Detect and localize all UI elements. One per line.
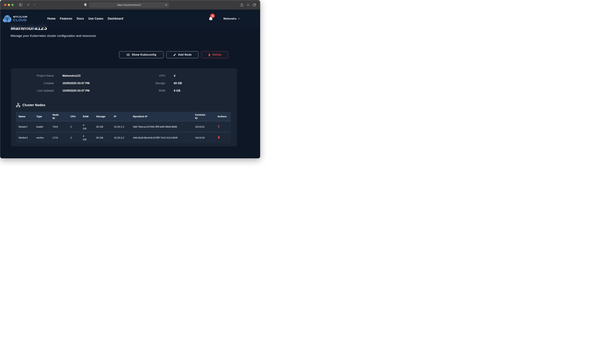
nav-links: Home Features Docs Use Cases Dashboard bbox=[47, 17, 123, 20]
project-info-grid: Project Name Mahendra123 Created 10/29/2… bbox=[16, 74, 232, 96]
cluster-actions-toolbar: Show Kubeconfig Add Node Delete bbox=[0, 51, 228, 58]
created-value: 10/29/2025 03:07 PM bbox=[62, 81, 121, 85]
mycelium-cloud-logo[interactable]: MYCLIUM CLOUD bbox=[2, 15, 27, 23]
pencil-icon bbox=[173, 53, 176, 56]
storage-value: 60 GB bbox=[174, 81, 232, 85]
page-subtitle: Manage your Kubernetes cluster configura… bbox=[11, 34, 260, 38]
col-ip: IP bbox=[111, 112, 130, 121]
stylized-e-glyph bbox=[19, 16, 21, 18]
node-actions bbox=[215, 121, 231, 132]
delete-cluster-label: Delete bbox=[213, 53, 221, 56]
node-cpu: 2 bbox=[68, 121, 80, 132]
notification-count-badge: 11 bbox=[210, 14, 215, 18]
node-cpu: 2 bbox=[68, 132, 80, 143]
project-name-value: Mahendra123 bbox=[62, 74, 121, 78]
close-window-button[interactable] bbox=[4, 4, 6, 6]
node-contract-id: 1613131 bbox=[192, 121, 215, 132]
node-id: 1715 bbox=[50, 132, 68, 143]
col-contract-id: Contract ID bbox=[192, 112, 215, 121]
col-type: Type bbox=[34, 112, 50, 121]
eye-icon bbox=[126, 53, 130, 57]
notifications-button[interactable]: 11 bbox=[209, 17, 213, 21]
node-mycelium-ip: 446:d2a6:8bcd:8c16:ff0f:72e2:3114:863f bbox=[130, 132, 192, 143]
delete-node-button[interactable] bbox=[217, 136, 220, 139]
storage-label: Storage bbox=[127, 81, 165, 85]
reload-icon[interactable]: ↻ bbox=[165, 4, 167, 6]
back-button-icon[interactable] bbox=[27, 3, 30, 6]
info-row-storage: Storage 60 GB bbox=[127, 81, 232, 85]
minimize-window-button[interactable] bbox=[8, 4, 10, 6]
cloud-logo-icon bbox=[2, 15, 12, 23]
info-row-project-name: Project Name Mahendra123 bbox=[16, 74, 121, 78]
node-name: Master1 bbox=[16, 121, 34, 132]
project-info-left: Project Name Mahendra123 Created 10/29/2… bbox=[16, 74, 121, 96]
network-nodes-icon bbox=[16, 103, 20, 107]
privacy-shield-icon[interactable] bbox=[84, 3, 87, 7]
created-label: Created bbox=[16, 81, 54, 85]
node-mycelium-ip: 5d8:78ea:a120:f40c:ff0f:a5fe:99e6:8b96 bbox=[130, 121, 192, 132]
cluster-nodes-title: Cluster Nodes bbox=[22, 103, 45, 107]
table-header-row: Name Type Node ID CPU RAM Storage IP Myc… bbox=[16, 112, 231, 121]
brand-text: MYCLIUM CLOUD bbox=[13, 16, 27, 22]
node-ram: 4 GB bbox=[80, 121, 93, 132]
node-ram: 4 GB bbox=[80, 132, 93, 143]
col-actions: Actions bbox=[215, 112, 231, 121]
nav-link-dashboard[interactable]: Dashboard bbox=[108, 17, 123, 20]
user-name: Mahendra bbox=[223, 17, 236, 20]
table-row: Master1 leader 7915 2 4 GB 30 GB 10.20.2… bbox=[16, 121, 231, 132]
nav-link-use-cases[interactable]: Use Cases bbox=[88, 17, 103, 20]
project-info-right: CPU 4 Storage 60 GB RAM 8 GB bbox=[127, 74, 232, 96]
traffic-lights bbox=[4, 4, 14, 6]
node-id: 7915 bbox=[50, 121, 68, 132]
browser-window: https://myceliumcloud.tf ↻ M bbox=[0, 0, 260, 158]
info-row-cpu: CPU 4 bbox=[127, 74, 232, 78]
trash-icon bbox=[217, 136, 220, 139]
nav-link-features[interactable]: Features bbox=[60, 17, 72, 20]
brand-line-cloud: CLOUD bbox=[13, 18, 27, 22]
info-row-created: Created 10/29/2025 03:07 PM bbox=[16, 81, 121, 85]
last-updated-label: Last Updated bbox=[16, 89, 54, 93]
node-name: Worker1 bbox=[16, 132, 34, 143]
node-ip: 10.20.3.2 bbox=[111, 132, 130, 143]
nav-link-docs[interactable]: Docs bbox=[77, 17, 84, 20]
table-row: Worker1 worker 1715 2 4 GB 30 GB 10.20.3… bbox=[16, 132, 231, 143]
node-actions bbox=[215, 132, 231, 143]
node-type: leader bbox=[34, 121, 50, 132]
tab-overview-icon[interactable] bbox=[253, 3, 256, 7]
node-ip: 10.20.2.2 bbox=[111, 121, 130, 132]
show-kubeconfig-button[interactable]: Show Kubeconfig bbox=[119, 51, 164, 58]
forward-button-icon[interactable] bbox=[33, 3, 36, 6]
show-kubeconfig-label: Show Kubeconfig bbox=[132, 53, 156, 56]
new-tab-icon[interactable] bbox=[247, 3, 250, 7]
cluster-nodes-table: Name Type Node ID CPU RAM Storage IP Myc… bbox=[16, 112, 231, 143]
sidebar-toggle-icon[interactable] bbox=[19, 3, 23, 7]
chevron-down-icon bbox=[238, 17, 240, 20]
col-node-id: Node ID bbox=[50, 112, 68, 121]
page-viewport: Mahendra123 Manage your Kubernetes clust… bbox=[0, 10, 260, 158]
col-cpu: CPU bbox=[68, 112, 80, 121]
site-navbar: MYCLIUM CLOUD Home Features Docs Use Cas… bbox=[0, 10, 260, 27]
col-ram: RAM bbox=[80, 112, 93, 121]
add-node-button[interactable]: Add Node bbox=[166, 51, 199, 58]
brand-line-mycelium: MYCLIUM bbox=[13, 16, 27, 18]
cpu-value: 4 bbox=[174, 74, 232, 78]
nav-link-home[interactable]: Home bbox=[47, 17, 56, 20]
ram-value: 8 GB bbox=[174, 89, 232, 93]
node-storage: 30 GB bbox=[93, 121, 111, 132]
address-bar[interactable]: https://myceliumcloud.tf ↻ bbox=[89, 2, 169, 8]
address-bar-url[interactable]: https://myceliumcloud.tf bbox=[117, 4, 141, 6]
add-node-label: Add Node bbox=[178, 53, 192, 56]
last-updated-value: 10/29/2025 03:07 PM bbox=[62, 89, 121, 93]
node-contract-id: 1613132 bbox=[192, 132, 215, 143]
zoom-window-button[interactable] bbox=[11, 4, 14, 6]
ram-label: RAM bbox=[127, 89, 165, 93]
cluster-nodes-header: Cluster Nodes bbox=[16, 103, 232, 107]
info-row-ram: RAM 8 GB bbox=[127, 89, 232, 93]
col-mycelium-ip: Mycelium IP bbox=[130, 112, 192, 121]
user-menu[interactable]: Mahendra bbox=[223, 17, 240, 20]
info-row-last-updated: Last Updated 10/29/2025 03:07 PM bbox=[16, 89, 121, 93]
delete-cluster-button[interactable]: Delete bbox=[201, 51, 228, 58]
share-icon[interactable] bbox=[240, 3, 243, 7]
browser-toolbar: https://myceliumcloud.tf ↻ bbox=[0, 0, 260, 10]
delete-node-button[interactable] bbox=[217, 125, 220, 128]
